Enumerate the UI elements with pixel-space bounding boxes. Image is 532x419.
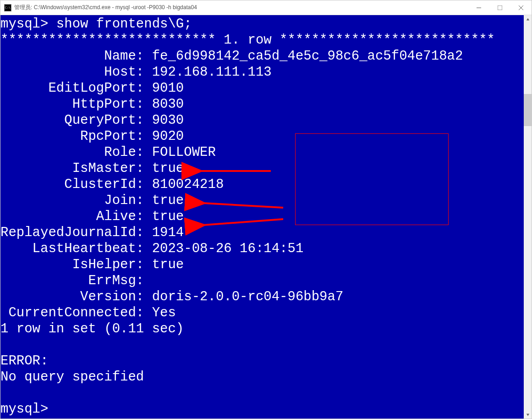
content-area: mysql> show frontends\G; ***************… <box>0 15 532 419</box>
svg-marker-10 <box>526 18 529 20</box>
scroll-thumb[interactable] <box>524 94 532 126</box>
row-separator: *************************** 1. row *****… <box>0 33 495 48</box>
prompt: mysql> <box>0 17 56 32</box>
titlebar[interactable]: C:\ 管理员: C:\Windows\system32\cmd.exe - m… <box>0 0 532 15</box>
cmd-icon: C:\ <box>4 4 11 11</box>
cmd-window: C:\ 管理员: C:\Windows\system32\cmd.exe - m… <box>0 0 532 419</box>
svg-marker-11 <box>526 413 529 416</box>
prompt: mysql> <box>0 402 56 417</box>
scroll-up-icon[interactable] <box>524 15 532 23</box>
result-footer: 1 row in set (0.11 sec) <box>0 321 184 336</box>
maximize-button[interactable] <box>489 0 510 15</box>
close-button[interactable] <box>510 0 532 15</box>
command-text: show frontends\G; <box>56 17 192 32</box>
svg-rect-1 <box>498 6 502 10</box>
terminal-output[interactable]: mysql> show frontends\G; ***************… <box>0 15 524 419</box>
window-title: 管理员: C:\Windows\system32\cmd.exe - mysql… <box>14 4 468 11</box>
error-label: ERROR: <box>0 353 48 369</box>
window-controls <box>468 0 532 15</box>
minimize-button[interactable] <box>468 0 489 15</box>
error-message: No query specified <box>0 369 144 385</box>
scroll-down-icon[interactable] <box>524 411 532 419</box>
vertical-scrollbar[interactable] <box>524 15 532 419</box>
